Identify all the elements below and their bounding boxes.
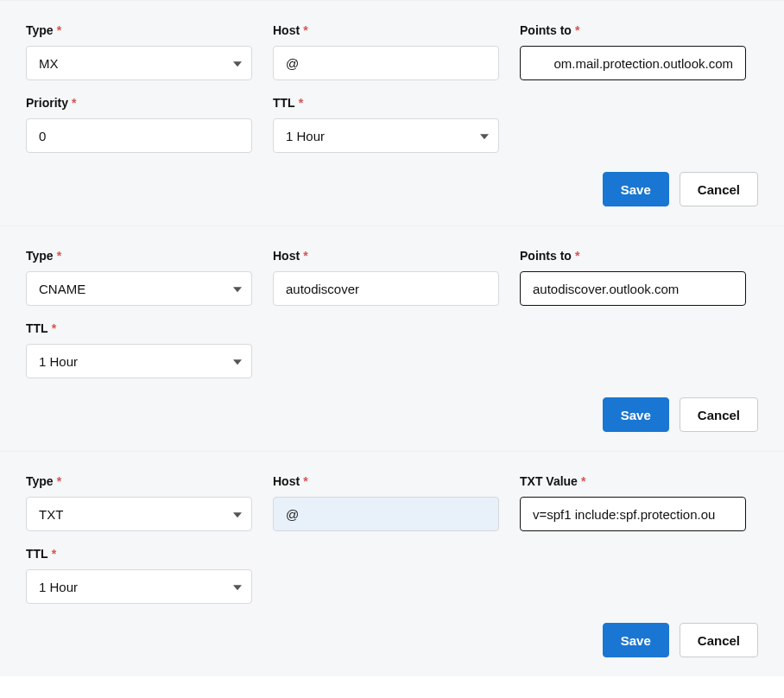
field-host: Host* [273, 249, 499, 306]
label-txt-value: TXT Value* [520, 474, 746, 488]
label-ttl: TTL* [26, 547, 252, 561]
label-ttl: TTL* [26, 321, 252, 335]
host-input[interactable] [273, 46, 499, 80]
chevron-down-icon: 1 Hour [26, 344, 252, 378]
save-button[interactable]: Save [603, 172, 669, 206]
label-type: Type* [26, 23, 252, 37]
label-host: Host* [273, 249, 499, 263]
field-type: Type* TXT [26, 474, 252, 531]
cancel-button[interactable]: Cancel [680, 172, 758, 206]
type-select[interactable]: MX [26, 46, 252, 80]
label-points-to: Points to* [520, 249, 746, 263]
ttl-select[interactable]: 1 Hour [273, 118, 499, 153]
label-priority: Priority* [26, 96, 252, 110]
type-select[interactable]: TXT [26, 497, 252, 531]
label-host: Host* [273, 474, 499, 488]
dns-record-txt: Type* TXT Host* @ TXT Value* TTL* 1 Hour [0, 451, 784, 676]
field-ttl: TTL* 1 Hour [26, 547, 252, 604]
field-type: Type* MX [26, 23, 252, 80]
chevron-down-icon: TXT [26, 497, 252, 531]
label-host: Host* [273, 23, 499, 37]
priority-input[interactable] [26, 118, 252, 153]
field-txt-value: TXT Value* [520, 474, 746, 531]
cancel-button[interactable]: Cancel [680, 397, 758, 432]
chevron-down-icon: 1 Hour [273, 118, 499, 153]
host-input[interactable] [273, 271, 499, 306]
chevron-down-icon: MX [26, 46, 252, 80]
dns-record-cname: Type* CNAME Host* Points to* TTL* 1 Hour [0, 225, 784, 451]
host-readonly: @ [273, 497, 499, 531]
save-button[interactable]: Save [603, 623, 669, 657]
chevron-down-icon: CNAME [26, 271, 252, 306]
field-host: Host* @ [273, 474, 499, 531]
label-type: Type* [26, 249, 252, 263]
field-points-to: Points to* [520, 23, 746, 80]
cancel-button[interactable]: Cancel [680, 623, 758, 657]
field-type: Type* CNAME [26, 249, 252, 306]
ttl-select[interactable]: 1 Hour [26, 344, 252, 378]
field-points-to: Points to* [520, 249, 746, 306]
label-ttl: TTL* [273, 96, 499, 110]
type-select[interactable]: CNAME [26, 271, 252, 306]
ttl-select[interactable]: 1 Hour [26, 569, 252, 604]
dns-record-mx: Type* MX Host* Points to* Priority* TTL* [0, 0, 784, 225]
field-ttl: TTL* 1 Hour [273, 96, 499, 153]
field-priority: Priority* [26, 96, 252, 153]
label-points-to: Points to* [520, 23, 746, 37]
label-type: Type* [26, 474, 252, 488]
chevron-down-icon: 1 Hour [26, 569, 252, 604]
field-host: Host* [273, 23, 499, 80]
points-to-input[interactable] [520, 46, 746, 80]
save-button[interactable]: Save [603, 397, 669, 432]
txt-value-input[interactable] [520, 497, 746, 531]
field-ttl: TTL* 1 Hour [26, 321, 252, 378]
points-to-input[interactable] [520, 271, 746, 306]
